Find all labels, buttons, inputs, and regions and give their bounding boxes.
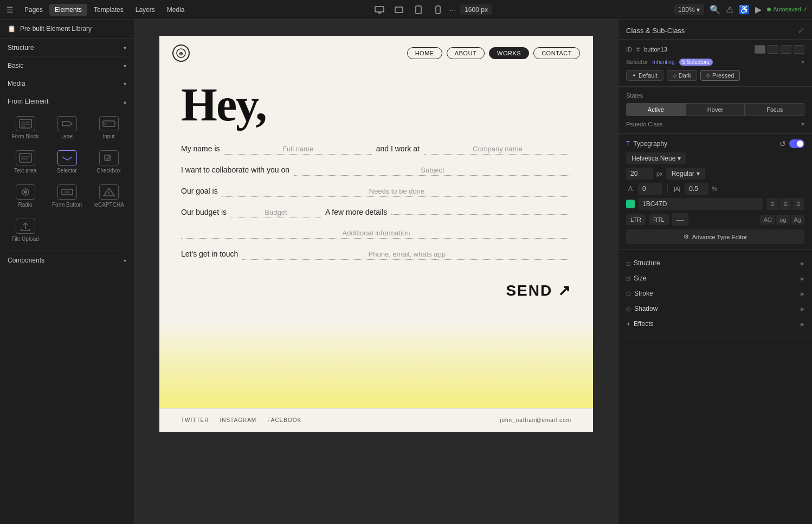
advance-type-editor-button[interactable]: ⚙ Advance Type Editor (626, 229, 804, 244)
zoom-control[interactable]: 100% ▾ (674, 4, 704, 15)
menu-icon[interactable]: ☰ (4, 3, 16, 16)
class-type-rect2[interactable] (768, 45, 778, 54)
class-type-rect4[interactable] (794, 45, 804, 54)
footer-email: john_nathan@email.com (500, 417, 571, 423)
tablet-landscape-btn[interactable] (391, 3, 407, 16)
phone-device-btn[interactable] (430, 3, 446, 16)
shadow-row[interactable]: ◎ Shadow ▸ (626, 301, 804, 316)
monitor-device-btn[interactable] (372, 3, 387, 16)
element-recaptcha[interactable]: reCAPTCHA (89, 180, 128, 212)
pressed-icon: ◇ (706, 73, 710, 78)
more-devices-icon[interactable]: ··· (450, 5, 456, 14)
case-uppercase-btn[interactable]: AG (760, 215, 775, 225)
class-type-rect3[interactable] (781, 45, 791, 54)
element-selector[interactable]: Selector (47, 146, 87, 178)
nav-pages[interactable]: Pages (19, 4, 48, 16)
color-value-input[interactable] (638, 198, 763, 210)
line-height-input[interactable] (685, 183, 708, 195)
top-bar-right: 100% ▾ 🔍 ⚠ ♿ ▶ Autosaved ✓ (674, 4, 808, 15)
color-swatch[interactable] (626, 200, 635, 208)
state-tab-hover[interactable]: Hover (686, 103, 745, 116)
element-form-block[interactable]: Form Block (5, 112, 45, 144)
letter-spacing-input[interactable] (638, 183, 662, 195)
align-right-btn[interactable]: ≡ (792, 198, 804, 210)
nav-about[interactable]: ABOUT (447, 47, 485, 59)
element-form-button[interactable]: Form Button (47, 180, 87, 212)
state-default[interactable]: ✦ Default (626, 70, 663, 81)
form-field-subject[interactable]: Subject (294, 166, 571, 176)
state-tab-active[interactable]: Active (626, 103, 686, 116)
send-button[interactable]: SEND ↗ (506, 282, 571, 299)
warning-icon[interactable]: ⚠ (726, 4, 733, 15)
form-field-company[interactable]: Company name (424, 145, 571, 155)
font-size-input[interactable] (626, 168, 653, 180)
nav-media[interactable]: Media (162, 4, 190, 16)
state-pills: ✦ Default ◇ Dark ◇ Pressed (626, 70, 804, 81)
nav-contact[interactable]: CONTACT (533, 47, 580, 59)
section-structure[interactable]: Structure ▾ (0, 39, 134, 56)
footer-twitter[interactable]: TWITTER (181, 417, 209, 423)
panel-title: Class & Sub-Class (626, 27, 685, 35)
pseudo-chevron[interactable]: ▾ (801, 120, 804, 128)
size-icon: ⊡ (626, 276, 630, 282)
footer-instagram[interactable]: INSTAGRAM (220, 417, 256, 423)
form-field-details[interactable] (391, 213, 571, 215)
form-field-contact[interactable]: Phone, email, whats app (242, 250, 571, 260)
element-file-upload[interactable]: File Upload (5, 214, 45, 246)
nav-home[interactable]: HOME (407, 47, 442, 59)
form-field-fullname[interactable]: Full name (224, 145, 372, 155)
panel-expand-icon[interactable]: ⤢ (798, 26, 804, 35)
search-icon[interactable]: 🔍 (710, 4, 720, 15)
nav-works[interactable]: WORKS (489, 47, 529, 59)
element-textarea[interactable]: Text area (5, 146, 45, 178)
case-capitalize-btn[interactable]: Ag (791, 215, 804, 225)
accessibility-icon[interactable]: ♿ (739, 4, 750, 15)
section-from-element[interactable]: From Element ▴ (0, 92, 134, 110)
state-dark-label: Dark (679, 72, 691, 79)
case-buttons: AG ag Ag (760, 215, 804, 225)
font-name-row: Helvetica Neue ▾ (626, 152, 804, 164)
typography-header: T Typography ↺ (626, 139, 804, 148)
section-basic[interactable]: Basic ▾ (0, 56, 134, 74)
form-field-budget[interactable]: Budget (231, 208, 321, 218)
dash-button[interactable]: — (672, 213, 688, 226)
structure-row[interactable]: ◻ Structure ▸ (626, 255, 804, 271)
library-header[interactable]: 📋 Pre-built Element Library (0, 20, 134, 39)
canvas-width-display[interactable]: 1600 px (460, 4, 492, 15)
align-left-btn[interactable]: ≡ (766, 198, 778, 210)
effects-row[interactable]: ✦ Effects ▸ (626, 316, 804, 331)
tablet-device-btn[interactable] (411, 3, 426, 16)
case-lowercase-btn[interactable]: ag (776, 215, 789, 225)
typography-reset[interactable]: ↺ (779, 139, 786, 148)
nav-templates[interactable]: Templates (88, 4, 129, 16)
footer-facebook[interactable]: FACEBOOK (267, 417, 301, 423)
state-tab-focus[interactable]: Focus (745, 103, 804, 116)
stroke-row[interactable]: ⬡ Stroke ▸ (626, 286, 804, 301)
element-checkbox[interactable]: Checkbox (89, 146, 128, 178)
form-field-goal[interactable]: Needs to be done (222, 187, 571, 197)
size-row[interactable]: ⊡ Size ▸ (626, 271, 804, 286)
section-media[interactable]: Media ▾ (0, 74, 134, 92)
element-input[interactable]: Input (89, 112, 128, 144)
nav-layers[interactable]: Layers (130, 4, 160, 16)
autosaved-status: Autosaved ✓ (767, 6, 808, 13)
state-pressed[interactable]: ◇ Pressed (700, 70, 740, 81)
play-icon[interactable]: ▶ (755, 4, 762, 15)
element-label[interactable]: Label (47, 112, 87, 144)
id-value[interactable]: button13 (644, 46, 667, 53)
font-style-button[interactable]: Regular ▾ (666, 168, 705, 180)
state-dark[interactable]: ◇ Dark (667, 70, 697, 81)
rtl-button[interactable]: RTL (649, 214, 669, 225)
font-name-button[interactable]: Helvetica Neue ▾ (626, 152, 686, 164)
typography-section: T Typography ↺ Helvetica Neue ▾ px (618, 134, 812, 250)
element-radio[interactable]: Radio (5, 180, 45, 212)
typography-toggle[interactable] (789, 139, 804, 148)
selectors-badge[interactable]: 5 Selectors (679, 59, 713, 66)
class-type-rect[interactable] (755, 45, 765, 54)
ltr-button[interactable]: LTR (626, 214, 646, 225)
nav-elements[interactable]: Elements (49, 4, 87, 16)
section-components[interactable]: Components ▾ (0, 251, 134, 269)
align-center-btn[interactable]: ≡ (779, 198, 791, 210)
form-field-additional[interactable]: Additional information (181, 229, 571, 239)
selector-chevron[interactable]: ▾ (801, 58, 804, 66)
